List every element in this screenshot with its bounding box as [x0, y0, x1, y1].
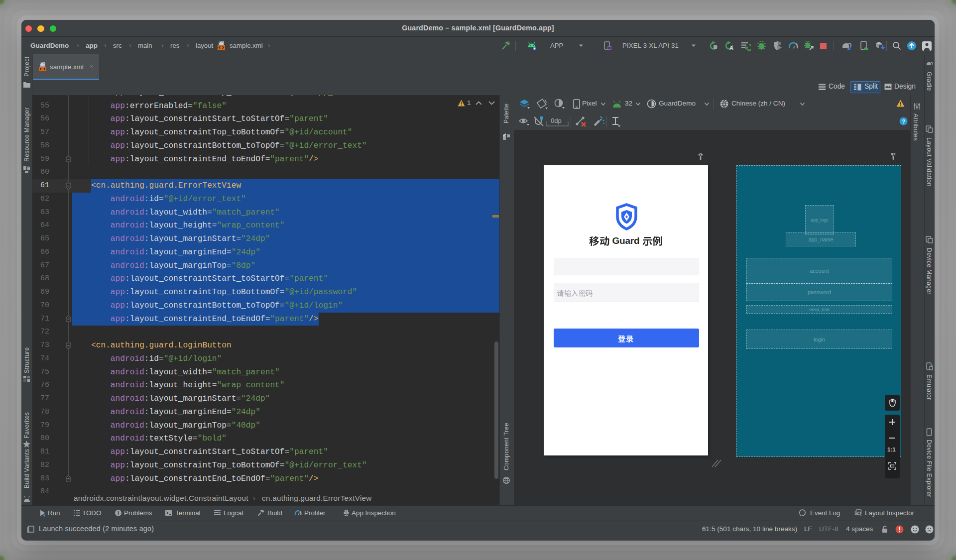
svg-text:?: ?	[902, 118, 905, 124]
svg-text:A: A	[729, 45, 733, 51]
